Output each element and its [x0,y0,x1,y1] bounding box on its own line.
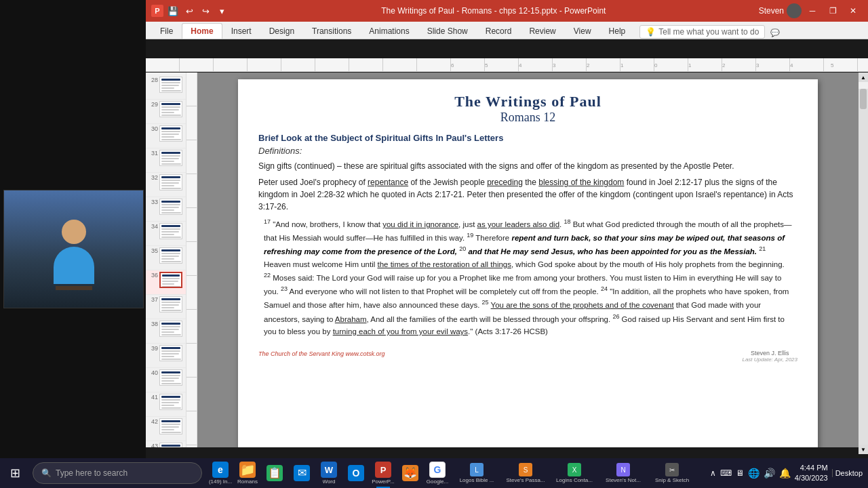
network-icon[interactable]: 🌐 [748,468,760,479]
bible-passage: 17 "And now, brothers, I know that you d… [264,217,792,338]
sign-gifts-text: Sign gifts (continued) – these are spiri… [258,160,797,172]
window-title: The Writings of Paul - Romans - chps 12-… [229,6,759,16]
tab-slideshow[interactable]: Slide Show [418,23,477,39]
taskbar-outlook[interactable]: O [343,458,369,488]
taskbar-mail[interactable]: ✉ [289,458,315,488]
last-update: Last Update: Apr, 2023 [742,357,797,363]
slide-thumbnail-30[interactable]: 30 [146,124,186,148]
show-hidden-icons[interactable]: ∧ [710,468,716,478]
slide-thumbnail-34[interactable]: 34 [146,222,186,246]
undo-icon[interactable]: ↩ [182,4,196,18]
webcam-feed [3,190,144,308]
tab-animations[interactable]: Animations [360,23,418,39]
taskbar-steve-passa[interactable]: S Steve's Passa... [502,458,549,488]
taskbar-app3[interactable]: 📋 [262,458,288,488]
slide-area: The Writings of Paul Romans 12 Brief Loo… [197,73,859,447]
slide-thumbnail-38[interactable]: 38 [146,319,186,344]
desktop-button[interactable]: Desktop [832,469,863,477]
slide-subtitle: Romans 12 [258,110,797,125]
slide-thumbnail-36[interactable]: 36 [146,270,186,295]
slide-content: The Writings of Paul Romans 12 Brief Loo… [238,79,818,447]
time-display: 4:44 PM [795,463,828,473]
minimize-button[interactable]: ─ [803,1,822,20]
system-clock[interactable]: 4:44 PM 4/30/2023 [795,463,828,484]
slide-panel[interactable]: 28 29 30 [146,73,186,447]
date-display: 4/30/2023 [795,473,828,483]
slide-title: The Writings of Paul [258,93,797,110]
left-panel [0,0,146,488]
taskbar-logins-conta[interactable]: X Logins Conta... [551,458,598,488]
taskbar-edge[interactable]: e (149) In... [208,458,233,488]
close-button[interactable]: ✕ [844,1,863,20]
taskbar-google[interactable]: G Google... [425,458,450,488]
app-icon: P [151,5,163,17]
definitions-label: Definitions: [258,146,797,156]
tab-review[interactable]: Review [520,23,564,39]
tab-insert[interactable]: Insert [222,23,260,39]
speaker-icon[interactable]: 🔊 [764,468,775,479]
tab-help[interactable]: Help [600,23,635,39]
vertical-scrollbar[interactable]: ▲ ▼ [859,73,868,447]
tell-me-label: Tell me what you want to do [658,27,759,37]
taskbar-stevens-not[interactable]: N Steven's Not... [599,458,647,488]
customize-icon[interactable]: ▾ [215,4,229,18]
lightbulb-icon: 💡 [646,27,656,37]
system-tray: ∧ ⌨ 🖥 🌐 🔊 🔔 4:44 PM 4/30/2023 Desktop [710,463,868,484]
comments-button[interactable]: 💬 [765,27,785,39]
peter-text: Peter used Joel's prophecy of repentance… [258,176,797,213]
ruler-content: 6 5 4 3 2 1 0 1 2 3 4 5 6 [146,58,868,71]
keyboard-icon: ⌨ [720,468,732,478]
slide-section: Brief Look at the Subject of Spiritual G… [258,133,797,143]
scroll-up-button[interactable]: ▲ [859,73,868,82]
slide-thumbnail-41[interactable]: 41 [146,392,186,417]
windows-taskbar: ⊞ 🔍 Type here to search e (149) In... 📁 … [0,458,868,488]
title-bar: P 💾 ↩ ↪ ▾ The Writings of Paul - Romans … [146,0,868,22]
slide-thumbnail-40[interactable]: 40 [146,368,186,392]
tab-home[interactable]: Home [182,23,222,39]
slide-thumbnail-32[interactable]: 32 [146,173,186,197]
save-icon[interactable]: 💾 [166,4,180,18]
taskbar-icons: e (149) In... 📁 Romans 📋 ✉ W Word O [208,458,450,488]
scroll-down-button[interactable]: ▼ [859,445,868,454]
redo-icon[interactable]: ↪ [199,4,212,18]
taskbar-snip-sketch[interactable]: ✂ Snip & Sketch [648,458,696,488]
slide-thumbnail-31[interactable]: 31 [146,148,186,173]
tab-view[interactable]: View [565,23,600,39]
slide-thumbnail-33[interactable]: 33 [146,197,186,222]
user-avatar [787,3,802,18]
taskbar-romans-folder[interactable]: 📁 Romans [235,458,260,488]
tabs-bar: File Home Insert Design Transitions Anim… [146,22,868,39]
ruler: 6 5 4 3 2 1 0 1 2 3 4 5 6 [146,58,868,72]
taskbar-powerpoint[interactable]: P PowerP... [370,458,396,488]
slide-thumbnail-42[interactable]: 42 [146,417,186,441]
notification-icon[interactable]: 🔔 [779,468,791,479]
church-footer: The Church of the Servant King www.cotsk… [258,350,385,357]
search-placeholder: Type here to search [56,468,127,478]
ribbon: File Home Insert Design Transitions Anim… [146,22,868,39]
slide-thumbnail-28[interactable]: 28 [146,75,186,100]
taskbar-logos-bible[interactable]: L Logos Bible ... [453,458,500,488]
scroll-thumb[interactable] [860,89,867,109]
slide-thumbnail-35[interactable]: 35 [146,246,186,270]
slide-thumbnail-37[interactable]: 37 [146,295,186,319]
slide-thumbnail-43[interactable]: 43 [146,441,186,447]
taskbar-search[interactable]: 🔍 Type here to search [33,462,202,484]
search-icon: 🔍 [41,468,52,478]
tab-record[interactable]: Record [477,23,521,39]
slide-thumbnail-29[interactable]: 29 [146,100,186,124]
restore-button[interactable]: ❐ [823,1,842,20]
user-name: Steven [759,6,784,16]
tab-transitions[interactable]: Transitions [303,23,360,39]
start-button[interactable]: ⊞ [0,458,30,488]
taskbar-firefox[interactable]: 🦊 [397,458,423,488]
monitor-icon: 🖥 [736,468,744,478]
slide-thumbnail-39[interactable]: 39 [146,344,186,368]
tray-icons: ⌨ 🖥 🌐 🔊 🔔 [720,468,791,479]
left-ruler [186,73,197,447]
taskbar-word[interactable]: W Word [316,458,342,488]
author-label: Steven J. Ellis [742,350,797,357]
tab-file[interactable]: File [151,23,182,39]
tell-me-box[interactable]: 💡 Tell me what you want to do [639,25,765,39]
tab-design[interactable]: Design [260,23,303,39]
user-area: Steven [759,3,802,18]
